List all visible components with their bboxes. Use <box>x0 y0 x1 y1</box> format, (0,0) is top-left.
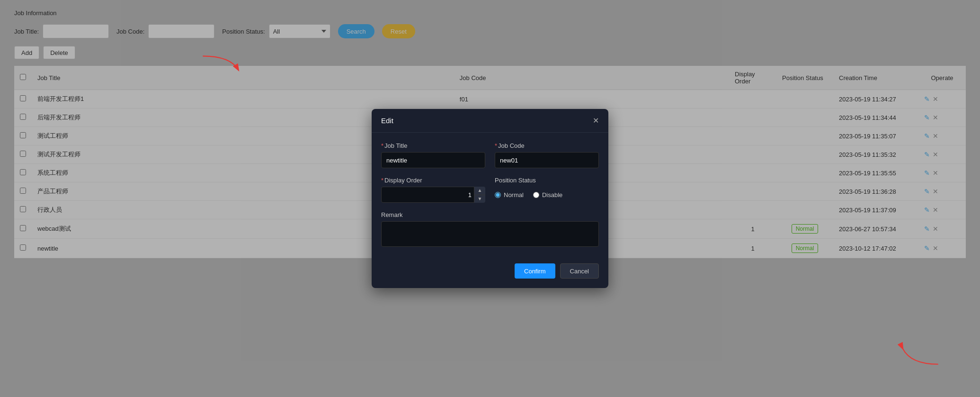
modal-header: Edit ✕ <box>372 109 608 133</box>
form-row-1: *Job Title *Job Code <box>381 142 599 168</box>
edit-modal: Edit ✕ *Job Title *Job Code <box>372 109 608 288</box>
form-group-job-title: *Job Title <box>381 142 485 168</box>
radio-disable[interactable] <box>533 192 539 198</box>
radio-normal-label[interactable]: Normal <box>495 191 524 198</box>
radio-normal[interactable] <box>495 192 501 198</box>
modal-remark-label: Remark <box>381 211 599 218</box>
stepper-up-button[interactable]: ▲ <box>474 187 485 195</box>
form-group-job-code: *Job Code <box>495 142 599 168</box>
stepper-down-button[interactable]: ▼ <box>474 195 485 203</box>
form-group-remark: Remark <box>381 211 599 248</box>
modal-display-order-label: *Display Order <box>381 177 485 184</box>
modal-overlay[interactable]: Edit ✕ *Job Title *Job Code <box>0 0 980 397</box>
modal-job-title-input[interactable] <box>381 152 485 168</box>
display-order-wrap: ▲ ▼ <box>381 187 485 203</box>
modal-job-title-label: *Job Title <box>381 142 485 149</box>
modal-footer: Confirm Cancel <box>372 258 608 288</box>
radio-disable-label[interactable]: Disable <box>533 191 562 198</box>
modal-position-status-label: Position Status <box>495 177 599 184</box>
cancel-button[interactable]: Cancel <box>560 263 599 279</box>
modal-title: Edit <box>381 117 393 125</box>
radio-group-status: Normal Disable <box>495 187 599 203</box>
form-row-2: *Display Order ▲ ▼ Position Status <box>381 177 599 203</box>
confirm-button[interactable]: Confirm <box>515 263 555 279</box>
modal-body: *Job Title *Job Code *Display Order <box>372 133 608 258</box>
modal-remark-input[interactable] <box>381 221 599 247</box>
modal-close-button[interactable]: ✕ <box>593 117 599 125</box>
modal-job-code-input[interactable] <box>495 152 599 168</box>
modal-job-code-label: *Job Code <box>495 142 599 149</box>
form-group-display-order: *Display Order ▲ ▼ <box>381 177 485 203</box>
form-group-position-status: Position Status Normal Disable <box>495 177 599 203</box>
modal-display-order-input[interactable] <box>381 187 485 203</box>
stepper-buttons: ▲ ▼ <box>474 187 485 203</box>
